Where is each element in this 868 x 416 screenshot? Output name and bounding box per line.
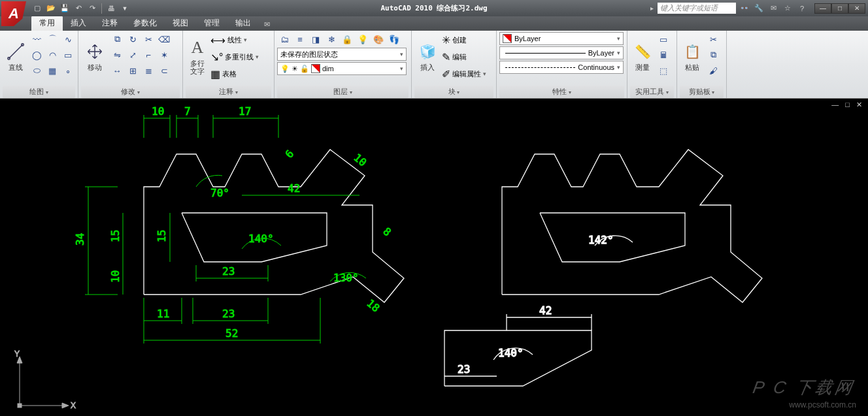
layer-states-icon[interactable]: ≡ [293,32,307,46]
block-attedit-button[interactable]: ✐编辑属性▾ [442,66,493,82]
qat-dropdown-icon[interactable]: ▼ [119,3,131,14]
block-edit-button[interactable]: ✎编辑 [442,49,493,65]
tab-annotate[interactable]: 注释 [94,16,125,31]
layer-match-icon[interactable]: 🎨 [371,32,386,46]
tab-home[interactable]: 常用 [31,16,63,31]
key-icon[interactable]: 🔧 [753,3,765,14]
copy-clip-icon[interactable]: ⧉ [706,48,720,62]
close-button[interactable]: ✕ [848,3,865,14]
binoculars-icon[interactable]: 👓 [739,3,750,14]
circle-icon[interactable]: ◯ [29,48,44,62]
qat-save-icon[interactable]: 💾 [59,3,71,14]
layer-lock-icon[interactable]: 🔒 [340,32,354,46]
cut-icon[interactable]: ✂ [706,32,720,46]
tab-manage[interactable]: 管理 [196,16,227,31]
layer-props-icon[interactable]: 🗂 [277,32,292,46]
scale-icon[interactable]: ⤢ [125,48,140,62]
layer-off-icon[interactable]: 💡 [356,32,370,46]
rotate-icon[interactable]: ↻ [125,32,140,46]
mtext-button[interactable]: A 多行 文字 [186,32,209,80]
qat-print-icon[interactable]: 🖶 [105,3,117,14]
stretch-icon[interactable]: ↔ [110,63,124,78]
paste-label: 粘贴 [685,63,699,71]
panel-draw-title[interactable]: 绘图 [3,86,75,98]
doc-min-button[interactable]: — [829,101,841,109]
color-combo[interactable]: ByLayer [499,32,624,45]
favorite-icon[interactable]: ☆ [782,3,793,14]
communication-icon[interactable]: ✉ [767,3,779,14]
search-arrow-icon: ▸ [650,5,654,12]
block-create-button[interactable]: ✳创建 [442,32,493,48]
array-icon[interactable]: ⊞ [125,63,140,78]
left-dimensions: 10 7 17 6 10 70° 42 34 15 10 15 140° [74,105,393,344]
tab-view[interactable]: 视图 [165,16,196,31]
trim-icon[interactable]: ✂ [141,32,156,46]
help-icon[interactable]: ? [796,3,808,14]
panel-modify-title[interactable]: 修改 [81,86,180,98]
tab-insert[interactable]: 插入 [63,16,94,31]
layer-current-combo[interactable]: 💡☀🔓dim [277,62,407,75]
insert-block-button[interactable]: 🧊 插入 [414,32,441,80]
qat-undo-icon[interactable]: ↶ [73,3,84,14]
select-icon[interactable]: ▭ [656,32,671,46]
polyline-icon[interactable]: 〰 [29,32,44,46]
panel-layers-title[interactable]: 图层 [277,86,409,98]
qat-open-icon[interactable]: 📂 [45,3,57,14]
title-bar: A ▢ 📂 💾 ↶ ↷ 🖶 ▼ AutoCAD 2010 综合练习2.dwg ▸… [0,0,868,16]
minimize-button[interactable]: — [814,3,831,14]
drawing-canvas: 10 7 17 6 10 70° 42 34 15 10 15 140° [0,99,868,416]
copy-icon[interactable]: ⧉ [110,32,124,46]
infocenter-search-input[interactable]: 键入关键字或短语 [658,3,736,14]
panel-blocks-title[interactable]: 块 [414,86,493,98]
panel-utilities-title[interactable]: 实用工具 [630,86,674,98]
select-all-icon[interactable]: ⬚ [656,63,671,78]
layer-walk-icon[interactable]: 👣 [387,32,401,46]
svg-text:23: 23 [458,363,470,376]
panel-properties-title[interactable]: 特性 [499,86,624,98]
explode-icon[interactable]: ✶ [157,48,171,62]
layer-freeze-icon[interactable]: ❄ [324,32,339,46]
tab-overflow-icon[interactable]: ✉ [259,18,275,31]
maximize-button[interactable]: □ [831,3,848,14]
ellipse-arc-icon[interactable]: ◠ [45,48,59,62]
dim-linear-icon: ⟷ [210,34,225,46]
spline-icon[interactable]: ∿ [61,32,75,46]
modify-tools-grid: ⧉ ↻ ✂ ⌫ ⇋ ⤢ ⌐ ✶ ↔ ⊞ ≣ ⊂ [110,32,171,78]
erase-icon[interactable]: ⌫ [157,32,171,46]
line-button[interactable]: 直线 [3,32,28,80]
arc-icon[interactable]: ⌒ [45,32,59,46]
watermark-url: www.pcsoft.com.cn [789,400,856,409]
quickcalc-icon[interactable]: 🖩 [656,48,671,62]
svg-text:X: X [71,401,76,410]
doc-max-button[interactable]: □ [843,101,852,109]
lineweight-combo[interactable]: ByLayer [499,46,624,59]
tab-output[interactable]: 输出 [227,16,259,31]
layer-state-combo[interactable]: 未保存的图层状态 [277,48,407,61]
tab-parametric[interactable]: 参数化 [125,16,165,31]
qat-redo-icon[interactable]: ↷ [86,3,98,14]
ribbon: 直线 〰 ⌒ ∿ ◯ ◠ ▭ ⬭ ▦ ∘ 绘图 移动 ⧉ [0,31,868,99]
ellipse-icon[interactable]: ⬭ [29,63,44,78]
table-button[interactable]: ▦表格 [210,66,271,82]
drawing-area[interactable]: — □ ✕ 10 7 17 6 10 70° 42 [0,99,868,416]
paste-button[interactable]: 📋 粘贴 [680,32,705,80]
panel-annotation-title[interactable]: 注释 [186,86,271,98]
hatch-icon[interactable]: ▦ [45,63,59,78]
qat-new-icon[interactable]: ▢ [31,3,43,14]
linetype-combo[interactable]: Continuous [499,61,624,74]
panel-clipboard-title[interactable]: 剪贴板 [680,86,724,98]
doc-close-button[interactable]: ✕ [854,101,864,109]
mirror-icon[interactable]: ⇋ [110,48,124,62]
join-icon[interactable]: ⊂ [157,63,171,78]
svg-text:130°: 130° [333,272,359,284]
measure-button[interactable]: 📏 测量 [630,32,655,80]
dim-linear-button[interactable]: ⟷线性▾ [210,32,271,48]
fillet-icon[interactable]: ⌐ [141,48,156,62]
rectangle-icon[interactable]: ▭ [61,48,75,62]
offset-icon[interactable]: ≣ [141,63,156,78]
match-props-icon[interactable]: 🖌 [706,63,720,78]
layer-iso-icon[interactable]: ◨ [309,32,323,46]
point-icon[interactable]: ∘ [61,63,75,78]
move-button[interactable]: 移动 [81,32,108,80]
mleader-button[interactable]: ↘°多重引线▾ [210,49,271,65]
